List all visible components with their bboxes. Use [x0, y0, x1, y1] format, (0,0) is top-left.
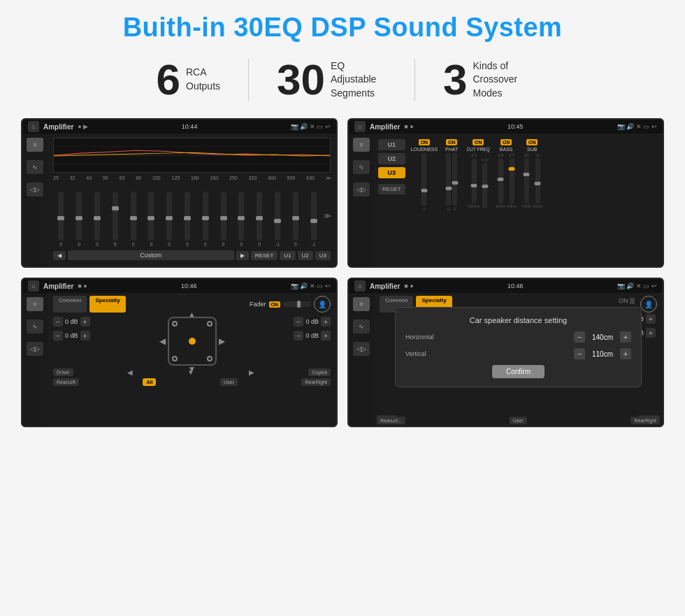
fader-h-slider[interactable] — [283, 301, 311, 307]
distance-home-icon[interactable]: ⌂ — [354, 280, 366, 292]
distance-rearleft-btn[interactable]: RearLef... — [377, 417, 405, 424]
car-speaker-br — [207, 356, 212, 361]
stat-eq-label: EQ AdjustableSegments — [331, 59, 387, 101]
crossover-sidebar: ≡ ∿ ◁▷ — [349, 134, 374, 266]
cutfreq-label: CUT FREQ — [467, 147, 490, 152]
bass-sliders: 3.0 90Hz 2.5 — [496, 153, 517, 208]
distance-horizontal-minus[interactable]: − — [574, 331, 585, 343]
crossover-sidebar-eq[interactable]: ≡ — [353, 138, 370, 152]
fader-sidebar-eq[interactable]: ≡ — [27, 297, 43, 311]
bass-slider-1[interactable] — [498, 158, 503, 203]
fader-copilot-btn[interactable]: Copilot — [308, 368, 331, 376]
distance-horizontal-plus[interactable]: + — [620, 331, 631, 343]
stat-eq: 30 EQ AdjustableSegments — [249, 58, 414, 101]
eq-slider-10: 0 — [233, 192, 250, 247]
distance-sidebar-wave[interactable]: ∿ — [353, 320, 370, 334]
db-bl-plus[interactable]: + — [80, 331, 90, 341]
page-wrapper: Buith-in 30EQ DSP Sound System 6 RCAOutp… — [0, 0, 685, 616]
fader-sidebar-wave[interactable]: ∿ — [27, 320, 43, 334]
distance-rearright-btn[interactable]: RearRight — [630, 417, 660, 424]
eq-u3-btn[interactable]: U3 — [315, 251, 331, 260]
eq-status-right: 📷 🔊 ✕ ▭ ↩ — [291, 123, 331, 130]
eq-reset-btn[interactable]: RESET — [251, 251, 278, 260]
crossover-sidebar-volume[interactable]: ◁▷ — [353, 182, 370, 196]
fader-rearleft-btn[interactable]: RearLeft — [53, 378, 79, 386]
crossover-status-bar: ⌂ Amplifier ■ ● 10:45 📷 🔊 ✕ ▭ ↩ — [349, 120, 663, 134]
distance-app-title: Amplifier — [370, 282, 400, 290]
loudness-label: LOUDNESS — [411, 147, 438, 152]
cutfreq-slider-1[interactable] — [472, 158, 477, 203]
crossover-main: U1 U2 U3 RESET ON LOUDNESS — [374, 134, 663, 266]
db-tr-val: 0 dB — [305, 318, 319, 325]
stat-crossover: 3 Kinds ofCrossover Modes — [415, 58, 556, 101]
sub-slider-1[interactable] — [524, 158, 529, 203]
distance-confirm-button[interactable]: Confirm — [492, 365, 545, 378]
db-br-plus[interactable]: + — [321, 331, 331, 341]
db-tl-minus[interactable]: − — [53, 317, 63, 327]
eq-next-btn[interactable]: ▶ — [236, 251, 249, 260]
phat-sliders — [446, 153, 457, 206]
crossover-u3-btn[interactable]: U3 — [378, 167, 405, 178]
car-speaker-tr — [207, 321, 212, 327]
eq-prev-btn[interactable]: ◀ — [53, 251, 66, 260]
db-bl-minus[interactable]: − — [53, 331, 63, 341]
eq-u1-btn[interactable]: U1 — [280, 251, 295, 260]
eq-home-icon[interactable]: ⌂ — [28, 121, 39, 132]
distance-user-btn[interactable]: User — [510, 417, 527, 424]
crossover-reset-btn[interactable]: RESET — [378, 184, 405, 194]
sub-slider-2[interactable] — [535, 158, 540, 203]
db-tl-plus[interactable]: + — [80, 317, 90, 327]
loudness-val: 0 — [423, 207, 425, 211]
phat-slider-1[interactable] — [446, 153, 451, 206]
sub-label: SUB — [527, 147, 537, 152]
distance-status-right: 📷 🔊 ✕ ▭ ↩ — [617, 282, 657, 289]
eq-slider-3: 5 — [107, 192, 123, 247]
fader-sidebar: ≡ ∿ ◁▷ — [22, 293, 48, 426]
db-tr-plus[interactable]: + — [321, 317, 331, 327]
fader-sidebar-volume[interactable]: ◁▷ — [27, 342, 43, 356]
stat-crossover-label: Kinds ofCrossover Modes — [473, 59, 528, 101]
loudness-sliders — [421, 153, 426, 206]
eq-sidebar-volume[interactable]: ◁▷ — [27, 182, 43, 196]
eq-sidebar-wave[interactable]: ∿ — [27, 160, 43, 174]
fader-all-btn[interactable]: All — [143, 378, 156, 386]
fader-home-icon[interactable]: ⌂ — [28, 280, 39, 292]
fader-user-btn[interactable]: User — [220, 378, 238, 386]
eq-u2-btn[interactable]: U2 — [298, 251, 313, 260]
bass-on-badge: ON — [500, 139, 512, 145]
crossover-sidebar-wave[interactable]: ∿ — [353, 160, 370, 174]
distance-vertical-plus[interactable]: + — [620, 348, 631, 359]
db-br-minus[interactable]: − — [294, 331, 303, 341]
crossover-u1-btn[interactable]: U1 — [378, 139, 405, 150]
channel-loudness: ON LOUDNESS 0 — [411, 139, 438, 261]
crossover-home-icon[interactable]: ⌂ — [354, 121, 366, 132]
eq-graph — [53, 138, 331, 173]
stat-eq-number: 30 — [277, 58, 325, 101]
eq-slider-11: 0 — [252, 192, 268, 247]
crossover-time: 10:45 — [507, 123, 524, 130]
distance-sidebar-volume[interactable]: ◁▷ — [353, 342, 370, 356]
distance-dialog-title: Car speaker distance setting — [405, 316, 631, 324]
fader-tab-specialty[interactable]: Specialty — [89, 296, 125, 313]
bass-slider-2[interactable] — [510, 158, 514, 203]
fader-body: ≡ ∿ ◁▷ Common Specialty Fader ON — [22, 293, 336, 426]
fader-tab-common[interactable]: Common — [53, 296, 87, 313]
crossover-app-title: Amplifier — [370, 123, 400, 131]
loudness-slider-1[interactable] — [421, 153, 426, 206]
distance-db-r2-plus[interactable]: + — [646, 328, 656, 338]
eq-sliders: 0 0 0 5 — [53, 184, 331, 248]
fader-rearright-btn[interactable]: RearRight — [301, 378, 331, 386]
cutfreq-slider-2[interactable] — [482, 163, 487, 208]
stats-row: 6 RCAOutputs 30 EQ AdjustableSegments 3 … — [21, 58, 664, 101]
distance-db-r1-plus[interactable]: + — [646, 314, 656, 324]
crossover-u2-btn[interactable]: U2 — [378, 153, 405, 164]
distance-sidebar-eq[interactable]: ≡ — [353, 297, 370, 311]
distance-vertical-minus[interactable]: − — [574, 348, 585, 359]
eq-sidebar-equalizer[interactable]: ≡ — [27, 138, 43, 152]
db-tr-minus[interactable]: − — [294, 317, 303, 327]
fader-driver-btn[interactable]: Driver — [53, 368, 73, 376]
car-speaker-bl — [172, 356, 178, 361]
bass-label: BASS — [500, 147, 513, 152]
phat-slider-2[interactable] — [452, 153, 457, 206]
screen-crossover: ⌂ Amplifier ■ ● 10:45 📷 🔊 ✕ ▭ ↩ ≡ ∿ ◁▷ — [347, 118, 664, 268]
